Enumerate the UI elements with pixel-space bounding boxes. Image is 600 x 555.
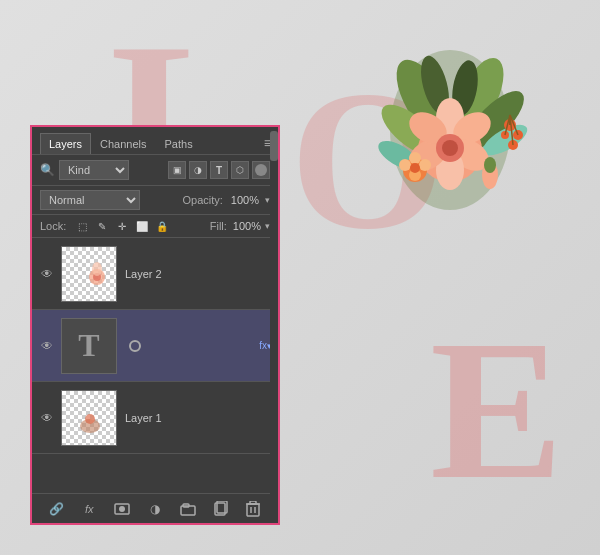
lock-all-icon[interactable]: 🔒	[154, 218, 170, 234]
new-layer-button[interactable]	[211, 499, 231, 519]
filter-icons: ▣ ◑ T ⬡	[168, 161, 270, 179]
lock-label: Lock:	[40, 220, 66, 232]
layer-item-text[interactable]: 👁 T fx ▾	[32, 310, 278, 382]
layers-panel: Layers Channels Paths ≡ 🔍 Kind ▣ ◑ T ⬡ N…	[30, 125, 280, 525]
add-mask-button[interactable]	[112, 499, 132, 519]
fx-button[interactable]: fx	[79, 499, 99, 519]
svg-point-40	[85, 414, 95, 424]
kind-select[interactable]: Kind	[59, 160, 129, 180]
tab-layers[interactable]: Layers	[40, 133, 91, 154]
svg-point-42	[119, 506, 125, 512]
blend-mode-select[interactable]: Normal	[40, 190, 140, 210]
svg-point-28	[399, 159, 411, 171]
filter-smart-icon[interactable]	[252, 161, 270, 179]
layer-2-visibility-toggle[interactable]: 👁	[38, 265, 56, 283]
lock-row: Lock: ⬚ ✎ ✛ ⬜ 🔒 Fill: 100% ▾	[32, 215, 278, 238]
panel-tabs: Layers Channels Paths ≡	[32, 127, 278, 155]
delete-layer-button[interactable]	[243, 499, 263, 519]
layer-1-thumbnail	[61, 390, 117, 446]
layer-text-visibility-toggle[interactable]: 👁	[38, 337, 56, 355]
layer-2-name: Layer 2	[125, 268, 272, 280]
svg-point-25	[442, 140, 458, 156]
layer-1-visibility-toggle[interactable]: 👁	[38, 409, 56, 427]
lock-transparency-icon[interactable]: ⬚	[74, 218, 90, 234]
lock-position-icon[interactable]: ✛	[114, 218, 130, 234]
filter-path-icon[interactable]: ⬡	[231, 161, 249, 179]
fill-label: Fill:	[210, 220, 227, 232]
opacity-value[interactable]: 100%	[231, 194, 259, 206]
layer-text-fx[interactable]: fx	[259, 340, 267, 351]
svg-rect-47	[247, 504, 259, 516]
filter-pixel-icon[interactable]: ▣	[168, 161, 186, 179]
floral-decoration	[350, 40, 550, 240]
filter-row: 🔍 Kind ▣ ◑ T ⬡	[32, 155, 278, 186]
lock-artboard-icon[interactable]: ⬜	[134, 218, 150, 234]
new-group-button[interactable]	[178, 499, 198, 519]
search-icon: 🔍	[40, 163, 55, 177]
link-layers-button[interactable]: 🔗	[46, 499, 66, 519]
tab-paths[interactable]: Paths	[156, 133, 202, 154]
svg-point-29	[419, 159, 431, 171]
lock-pixels-icon[interactable]: ✎	[94, 218, 110, 234]
layer-item-2[interactable]: 👁 Layer 2	[32, 238, 278, 310]
layer-item-1[interactable]: 👁 Layer 1	[32, 382, 278, 454]
layer-text-thumbnail: T	[61, 318, 117, 374]
svg-rect-49	[250, 501, 256, 504]
letter-e: E	[430, 310, 563, 510]
opacity-label: Opacity:	[183, 194, 223, 206]
layers-scrollbar[interactable]	[270, 238, 278, 493]
svg-point-33	[484, 157, 496, 173]
tab-channels[interactable]: Channels	[91, 133, 155, 154]
layer-text-color-indicator	[129, 340, 141, 352]
layer-2-thumbnail	[61, 246, 117, 302]
layer-1-name: Layer 1	[125, 412, 272, 424]
layers-list: 👁 Layer 2 👁 T fx ▾ �	[32, 238, 278, 493]
filter-text-icon[interactable]: T	[210, 161, 228, 179]
svg-point-31	[410, 163, 420, 173]
filter-adjust-icon[interactable]: ◑	[189, 161, 207, 179]
adjustment-button[interactable]: ◑	[145, 499, 165, 519]
svg-point-27	[409, 152, 421, 164]
svg-point-37	[92, 262, 102, 276]
panel-toolbar: 🔗 fx ◑	[32, 493, 278, 523]
blend-row: Normal Opacity: 100% ▾	[32, 186, 278, 215]
fill-value[interactable]: 100%	[233, 220, 261, 232]
